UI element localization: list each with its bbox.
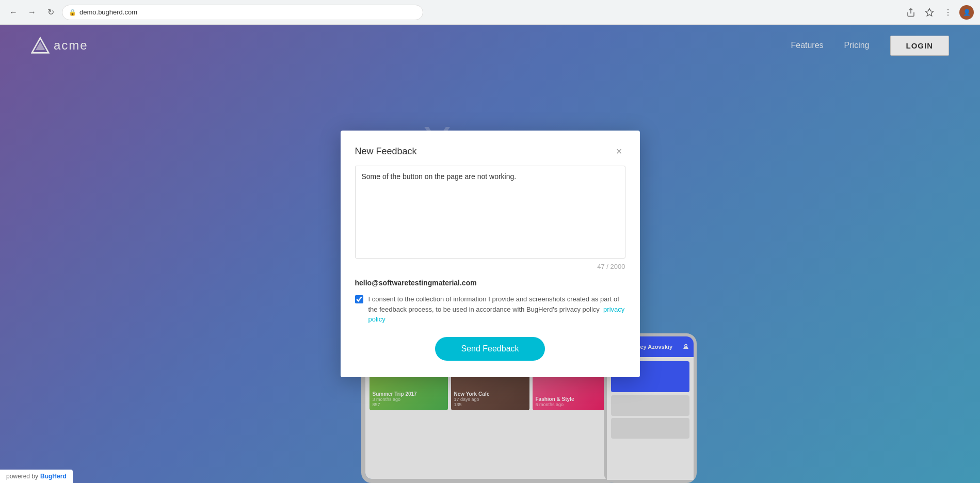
website-background: acme Features Pricing LOGIN Yo...y... 75… [0,25,980,483]
send-feedback-button[interactable]: Send Feedback [435,337,544,361]
powered-by-text: powered by [6,473,38,480]
modal-overlay: New Feedback × Some of the button on the… [0,25,980,483]
bugherd-brand: BugHerd [40,473,67,480]
svg-point-0 [947,9,949,10]
share-icon[interactable] [904,5,918,20]
menu-dots-icon[interactable] [941,5,955,20]
bookmark-icon[interactable] [922,5,937,20]
browser-forward-button[interactable]: → [25,5,39,20]
feedback-textarea[interactable]: Some of the button on the page are not w… [355,166,625,259]
feedback-modal: New Feedback × Some of the button on the… [341,131,640,377]
close-button[interactable]: × [613,145,625,157]
modal-header: New Feedback × [355,145,625,157]
consent-checkbox[interactable] [355,295,363,303]
browser-back-button[interactable]: ← [6,5,21,20]
consent-text: I consent to the collection of informati… [368,294,625,325]
char-count: 47 / 2000 [355,263,625,270]
url-text: demo.bugherd.com [79,8,137,16]
user-email: hello@softwaretestingmaterial.com [355,279,625,287]
svg-point-1 [947,11,949,12]
powered-by-label: powered by BugHerd [0,470,73,483]
consent-row: I consent to the collection of informati… [355,294,625,325]
browser-refresh-button[interactable]: ↻ [43,5,58,20]
user-avatar[interactable]: 👤 [959,5,974,20]
lock-icon: 🔒 [69,9,76,16]
modal-title: New Feedback [355,146,417,157]
address-bar[interactable]: 🔒 demo.bugherd.com [62,5,423,20]
svg-point-2 [947,14,949,15]
browser-actions: 👤 [904,5,974,20]
browser-chrome: ← → ↻ 🔒 demo.bugherd.com 👤 [0,0,980,25]
